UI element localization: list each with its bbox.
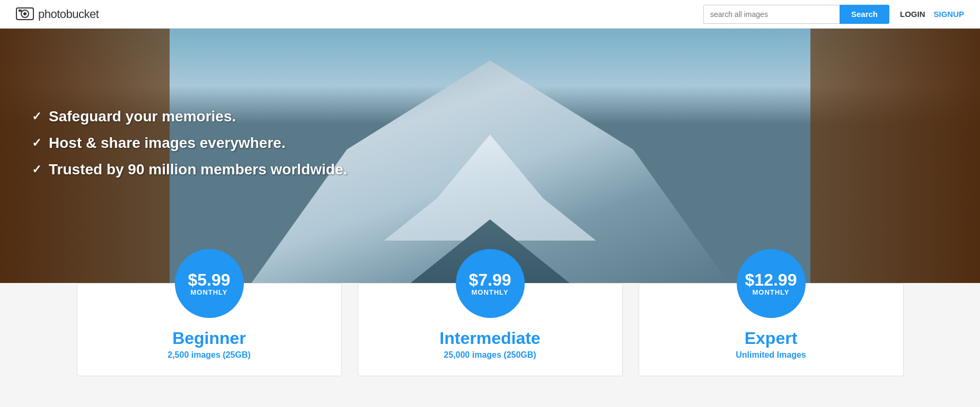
logo-text: photobucket [38,7,99,21]
svg-point-2 [23,12,27,15]
hero-item-1: ✓ Safeguard your memories. [32,108,347,125]
checkmark-icon-3: ✓ [32,163,41,176]
pricing-section: $5.99 MONTHLY Beginner 2,500 images (25G… [0,283,980,397]
hero-text-1: Safeguard your memories. [49,108,236,125]
hero-trees-right-bg [810,29,980,283]
plan-storage-intermediate: 25,000 images (250GB) [444,350,536,360]
price-period-expert: MONTHLY [752,288,789,296]
price-amount-beginner: $5.99 [188,271,230,288]
price-amount-expert: $12.99 [745,271,797,288]
hero-item-2: ✓ Host & share images everywhere. [32,135,347,152]
pricing-card-beginner: $5.99 MONTHLY Beginner 2,500 images (25G… [77,283,342,376]
price-circle-expert: $12.99 MONTHLY [737,249,806,318]
hero-item-3: ✓ Trusted by 90 million members worldwid… [32,161,347,178]
search-input[interactable] [703,5,840,24]
search-button[interactable]: Search [840,5,889,24]
checkmark-icon-2: ✓ [32,136,41,150]
header-right: Search LOGIN SIGNUP [703,5,964,24]
pricing-card-intermediate: $7.99 MONTHLY Intermediate 25,000 images… [358,283,623,376]
price-circle-intermediate: $7.99 MONTHLY [456,249,525,318]
header: photobucket Search LOGIN SIGNUP [0,0,980,29]
price-amount-intermediate: $7.99 [469,271,511,288]
pricing-card-expert: $12.99 MONTHLY Expert Unlimited Images [639,283,904,376]
logo[interactable]: photobucket [16,7,99,21]
plan-storage-expert: Unlimited Images [736,350,806,360]
checkmark-icon-1: ✓ [32,110,41,123]
signup-button[interactable]: SIGNUP [933,10,964,19]
login-button[interactable]: LOGIN [900,10,925,19]
hero-content: ✓ Safeguard your memories. ✓ Host & shar… [32,108,347,188]
hero-text-3: Trusted by 90 million members worldwide. [49,161,347,178]
price-period-intermediate: MONTHLY [471,288,508,296]
hero-text-2: Host & share images everywhere. [49,135,286,152]
price-circle-beginner: $5.99 MONTHLY [175,249,244,318]
price-period-beginner: MONTHLY [190,288,227,296]
plan-storage-beginner: 2,500 images (25GB) [167,350,251,360]
svg-rect-3 [19,10,22,12]
photobucket-logo-icon [16,7,34,21]
plan-name-beginner: Beginner [172,329,246,348]
plan-name-intermediate: Intermediate [439,329,540,348]
hero-section: ✓ Safeguard your memories. ✓ Host & shar… [0,29,980,283]
plan-name-expert: Expert [745,329,798,348]
